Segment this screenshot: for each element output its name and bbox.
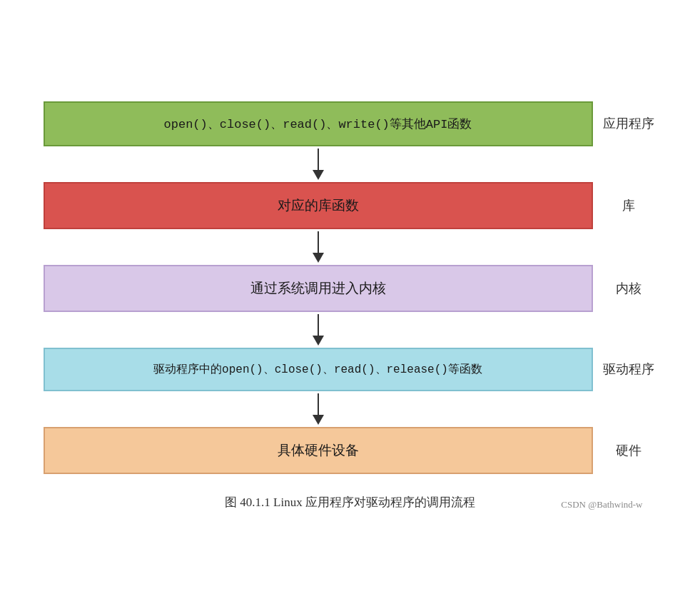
driver-box: 驱动程序中的open()、close()、read()、release()等函数 [44, 348, 593, 391]
hardware-label: 硬件 [593, 442, 657, 459]
app-box-text: open()、close()、read()、write()等其他API函数 [164, 118, 472, 131]
lib-box-text: 对应的库函数 [278, 198, 359, 213]
arrow-4 [44, 391, 657, 427]
hardware-box: 具体硬件设备 [44, 427, 593, 474]
kernel-box-text: 通过系统调用进入内核 [250, 281, 386, 296]
lib-row: 对应的库函数 库 [44, 182, 657, 229]
driver-row: 驱动程序中的open()、close()、read()、release()等函数… [44, 348, 657, 391]
arrow-1 [44, 146, 657, 182]
arrow-3 [44, 312, 657, 348]
caption-text: 图 40.1.1 Linux 应用程序对驱动程序的调用流程 [225, 494, 475, 510]
lib-box: 对应的库函数 [44, 182, 593, 229]
csdn-watermark: CSDN @Bathwind-w [561, 499, 642, 510]
hardware-row: 具体硬件设备 硬件 [44, 427, 657, 474]
lib-label: 库 [593, 197, 657, 214]
driver-label: 驱动程序 [593, 361, 657, 378]
driver-box-text: 驱动程序中的open()、close()、read()、release()等函数 [153, 363, 482, 376]
diagram-container: open()、close()、read()、write()等其他API函数 应用… [29, 80, 671, 525]
hardware-box-text: 具体硬件设备 [278, 443, 359, 458]
caption-area: 图 40.1.1 Linux 应用程序对驱动程序的调用流程 CSDN @Bath… [44, 494, 657, 510]
app-row: open()、close()、read()、write()等其他API函数 应用… [44, 101, 657, 146]
kernel-row: 通过系统调用进入内核 内核 [44, 265, 657, 312]
kernel-label: 内核 [593, 280, 657, 297]
arrow-2 [44, 229, 657, 265]
app-label: 应用程序 [593, 115, 657, 132]
app-box: open()、close()、read()、write()等其他API函数 [44, 101, 593, 146]
kernel-box: 通过系统调用进入内核 [44, 265, 593, 312]
